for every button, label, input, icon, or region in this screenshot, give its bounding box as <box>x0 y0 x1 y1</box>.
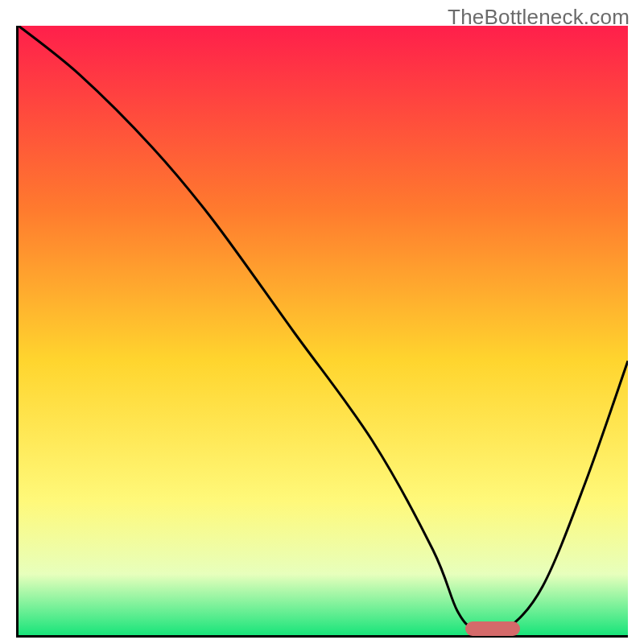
bottleneck-chart: TheBottleneck.com <box>0 0 644 644</box>
svg-rect-0 <box>19 26 628 635</box>
plot-gradient <box>19 26 628 635</box>
plot-area <box>16 26 628 638</box>
